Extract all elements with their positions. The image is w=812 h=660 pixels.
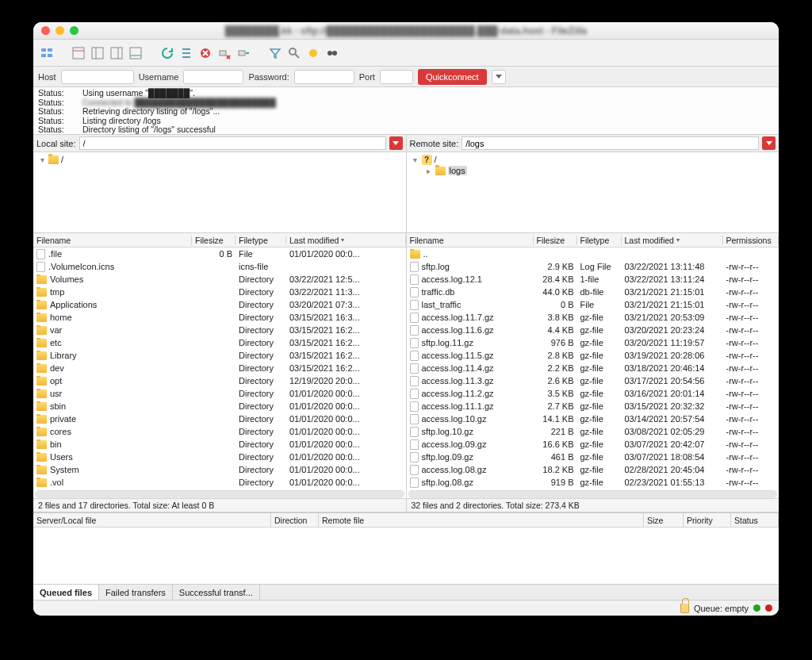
list-item[interactable]: sftp.log2.9 KBLog File03/22/2021 13:11:4… [407, 260, 779, 273]
tab-queued-files[interactable]: Queued files [33, 585, 99, 600]
list-item[interactable]: .volDirectory01/01/2020 00:0... [33, 476, 406, 489]
local-path-dropdown[interactable] [389, 136, 403, 150]
tree-node[interactable]: ▸logs [412, 165, 775, 176]
toggle-queue-icon[interactable] [127, 44, 144, 62]
list-item[interactable]: VolumesDirectory03/22/2021 12:5... [33, 273, 406, 286]
list-item[interactable]: sftp.log.11.gz976 Bgz-file03/20/2021 11:… [407, 336, 779, 349]
tree-node[interactable]: ▾/ [38, 154, 401, 165]
list-item[interactable]: last_traffic0 BFile03/21/2021 21:15:01-r… [407, 298, 779, 311]
list-item[interactable]: binDirectory01/01/2020 00:0... [33, 438, 406, 451]
list-item[interactable]: sftp.log.10.gz221 Bgz-file03/08/2021 02:… [407, 425, 779, 438]
list-item[interactable]: access.log.11.6.gz4.4 KBgz-file03/20/202… [407, 324, 779, 336]
list-item[interactable]: devDirectory03/15/2021 16:2... [33, 362, 406, 374]
col-filetype[interactable]: Filetype [236, 236, 286, 245]
reconnect-icon[interactable] [235, 44, 252, 62]
list-item[interactable]: homeDirectory03/15/2021 16:3... [33, 311, 406, 324]
col-last-modified[interactable]: Last modified▾ [622, 236, 723, 245]
close-button[interactable] [41, 26, 50, 35]
col-size[interactable]: Size [644, 513, 684, 527]
toggle-tree-icon[interactable] [89, 44, 106, 62]
list-item[interactable]: .VolumeIcon.icnsicns-file [33, 260, 406, 273]
process-queue-icon[interactable] [178, 44, 195, 62]
col-filename[interactable]: Filename [407, 236, 534, 245]
list-item[interactable]: .file0 BFile01/01/2020 00:0... [33, 248, 406, 260]
quickconnect-button[interactable]: Quickconnect [418, 69, 487, 85]
list-item[interactable]: access.log.10.gz14.1 KBgz-file03/14/2021… [407, 412, 779, 425]
password-input[interactable] [294, 70, 354, 84]
list-item[interactable]: varDirectory03/15/2021 16:2... [33, 324, 406, 336]
search-icon[interactable] [285, 44, 303, 62]
tab-successful-transfers[interactable]: Successful transf... [173, 585, 260, 600]
col-direction[interactable]: Direction [271, 513, 319, 527]
compare-icon[interactable] [304, 44, 322, 62]
col-status[interactable]: Status [731, 513, 779, 527]
remote-path-input[interactable] [462, 136, 759, 150]
chevron-icon[interactable]: ▸ [425, 167, 433, 175]
list-item[interactable]: privateDirectory01/01/2020 00:0... [33, 412, 406, 425]
col-permissions[interactable]: Permissions [723, 236, 779, 245]
local-tree[interactable]: ▾/ [33, 152, 406, 233]
remote-list-body[interactable]: ..sftp.log2.9 KBLog File03/22/2021 13:11… [407, 248, 779, 490]
list-item[interactable]: access.log.11.1.gz2.7 KBgz-file03/15/202… [407, 400, 779, 412]
local-list-header[interactable]: Filename Filesize Filetype Last modified… [33, 233, 406, 248]
toggle-log-icon[interactable] [70, 44, 87, 62]
list-item[interactable]: SystemDirectory01/01/2020 00:0... [33, 463, 406, 476]
list-item[interactable]: traffic.db44.0 KBdb-file03/21/2021 21:15… [407, 286, 779, 298]
col-filesize[interactable]: Filesize [534, 236, 577, 245]
host-input[interactable] [61, 70, 134, 84]
sync-browse-icon[interactable] [324, 44, 341, 62]
site-manager-icon[interactable] [38, 44, 56, 62]
list-item[interactable]: coresDirectory01/01/2020 00:0... [33, 425, 406, 438]
list-item[interactable]: usrDirectory01/01/2020 00:0... [33, 387, 406, 400]
col-remote-file[interactable]: Remote file [319, 513, 644, 527]
list-item[interactable]: sftp.log.09.gz461 Bgz-file03/07/2021 18:… [407, 451, 779, 463]
col-filename[interactable]: Filename [33, 236, 192, 245]
chevron-icon[interactable]: ▾ [412, 155, 419, 164]
list-item[interactable]: LibraryDirectory03/15/2021 16:2... [33, 349, 406, 362]
tree-node[interactable]: ▾?/ [412, 154, 775, 165]
list-item[interactable]: access.log.11.4.gz2.2 KBgz-file03/18/202… [407, 362, 779, 374]
list-item[interactable]: ApplicationsDirectory03/20/2021 07:3... [33, 298, 406, 311]
list-item[interactable]: access.log.11.2.gz3.5 KBgz-file03/16/202… [407, 387, 779, 400]
col-filetype[interactable]: Filetype [577, 236, 622, 245]
list-item[interactable]: sftp.log.08.gz919 Bgz-file02/23/2021 01:… [407, 476, 779, 489]
remote-list-header[interactable]: Filename Filesize Filetype Last modified… [407, 233, 779, 248]
disconnect-icon[interactable] [216, 44, 233, 62]
list-item[interactable]: access.log.09.gz16.6 KBgz-file03/07/2021… [407, 438, 779, 451]
list-item[interactable]: sbinDirectory01/01/2020 00:0... [33, 400, 406, 412]
list-item[interactable]: access.log.08.gz18.2 KBgz-file02/28/2021… [407, 463, 779, 476]
list-item[interactable]: optDirectory12/19/2020 20:0... [33, 374, 406, 387]
chevron-icon[interactable]: ▾ [38, 155, 46, 164]
col-last-modified[interactable]: Last modified▾ [286, 236, 406, 245]
refresh-icon[interactable] [159, 44, 176, 62]
filter-icon[interactable] [266, 44, 284, 62]
toggle-remote-tree-icon[interactable] [108, 44, 125, 62]
cancel-icon[interactable] [197, 44, 214, 62]
list-item[interactable]: tmpDirectory03/22/2021 11:3... [33, 286, 406, 298]
col-filesize[interactable]: Filesize [192, 236, 236, 245]
list-item[interactable]: access.log.12.128.4 KB1-file03/22/2021 1… [407, 273, 779, 286]
quickconnect-dropdown[interactable] [492, 70, 506, 84]
list-item[interactable]: UsersDirectory01/01/2020 00:0... [33, 451, 406, 463]
list-item[interactable]: access.log.11.3.gz2.6 KBgz-file03/17/202… [407, 374, 779, 387]
minimize-button[interactable] [56, 26, 64, 35]
username-input[interactable] [183, 70, 243, 84]
list-item[interactable]: access.log.11.5.gz2.8 KBgz-file03/19/202… [407, 349, 779, 362]
col-priority[interactable]: Priority [684, 513, 731, 527]
list-item[interactable]: etcDirectory03/15/2021 16:2... [33, 336, 406, 349]
lock-icon[interactable] [680, 604, 689, 613]
remote-path-dropdown[interactable] [762, 136, 776, 150]
zoom-button[interactable] [70, 26, 79, 35]
remote-tree[interactable]: ▾?/▸logs [407, 152, 779, 233]
list-item[interactable]: .. [407, 248, 779, 260]
local-list-body[interactable]: .file0 BFile01/01/2020 00:0....VolumeIco… [33, 248, 406, 490]
local-hscroll[interactable] [35, 490, 404, 498]
message-log[interactable]: Status:Using username "███████".Status:C… [33, 87, 779, 135]
tab-failed-transfers[interactable]: Failed transfers [99, 585, 173, 600]
local-path-input[interactable] [79, 136, 386, 150]
col-server-local[interactable]: Server/Local file [33, 513, 271, 527]
remote-hscroll[interactable] [408, 490, 778, 498]
queue-header[interactable]: Server/Local file Direction Remote file … [33, 513, 779, 528]
port-input[interactable] [380, 70, 413, 84]
queue-body[interactable] [33, 528, 779, 584]
